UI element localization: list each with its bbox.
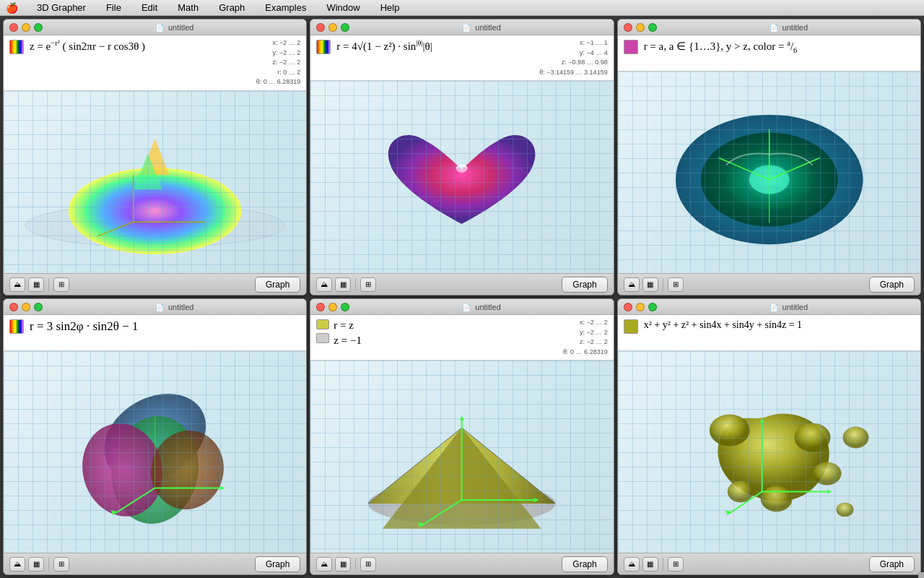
graph-button-1[interactable]: Graph bbox=[255, 277, 300, 293]
window-title-3: 📄 untitled bbox=[663, 23, 915, 32]
zoom-button-2[interactable] bbox=[341, 23, 349, 32]
separator-1 bbox=[48, 278, 49, 291]
grid-icon-btn-6[interactable]: ⊞ bbox=[668, 557, 684, 571]
drag-handle-6[interactable] bbox=[918, 572, 921, 575]
close-button-5[interactable] bbox=[316, 303, 325, 311]
formula-bar-5: r = z z = −1 x: −2 … 2y: −2 … 2z: −2 … 2… bbox=[310, 315, 613, 361]
window-title-4: 📄 untitled bbox=[48, 303, 300, 311]
menubar-graph[interactable]: Graph bbox=[214, 1, 249, 14]
close-button-6[interactable] bbox=[624, 303, 632, 311]
graph-grid-1 bbox=[4, 91, 306, 274]
close-button-4[interactable] bbox=[9, 303, 18, 311]
color-swatch-2[interactable] bbox=[316, 40, 331, 54]
color-swatch-3[interactable] bbox=[624, 40, 638, 54]
graph-button-4[interactable]: Graph bbox=[255, 556, 300, 572]
toolbar-4: ⛰ ▦ ⊞ Graph bbox=[4, 553, 306, 574]
close-button-2[interactable] bbox=[316, 23, 325, 32]
mountain-icon-btn-2[interactable]: ⛰ bbox=[316, 277, 332, 292]
toolbar-5: ⛰ ▦ ⊞ Graph bbox=[310, 553, 613, 574]
graph-area-5[interactable] bbox=[310, 361, 613, 553]
chart-icon-btn-6[interactable]: ▦ bbox=[642, 557, 658, 571]
traffic-lights-6 bbox=[624, 303, 657, 311]
window-title-5: 📄 untitled bbox=[355, 303, 607, 311]
chart-icon-btn-3[interactable]: ▦ bbox=[642, 277, 658, 292]
minimize-button-4[interactable] bbox=[22, 303, 30, 311]
minimize-button-3[interactable] bbox=[636, 23, 645, 32]
titlebar-2: 📄 untitled bbox=[310, 20, 613, 35]
traffic-lights-5 bbox=[316, 303, 349, 311]
apple-logo[interactable]: 🍎 bbox=[6, 2, 18, 14]
menubar-help[interactable]: Help bbox=[376, 1, 404, 14]
color-swatch-4[interactable] bbox=[9, 319, 24, 334]
graph-area-6[interactable] bbox=[618, 351, 920, 553]
color-swatch-5b[interactable] bbox=[316, 333, 329, 343]
titlebar-6: 📄 untitled bbox=[618, 299, 920, 315]
minimize-button-1[interactable] bbox=[22, 23, 30, 32]
mountain-icon-btn-1[interactable]: ⛰ bbox=[9, 277, 25, 292]
window-title-1: 📄 untitled bbox=[48, 23, 300, 32]
chart-icon-btn-2[interactable]: ▦ bbox=[335, 277, 351, 292]
separator-2 bbox=[355, 278, 356, 291]
mountain-icon-btn-6[interactable]: ⛰ bbox=[624, 557, 640, 571]
zoom-button-6[interactable] bbox=[648, 303, 657, 311]
formula-text-4: r = 3 sin2φ · sin2θ − 1 bbox=[30, 318, 300, 335]
graph-button-5[interactable]: Graph bbox=[562, 556, 607, 572]
toolbar-2: ⛰ ▦ ⊞ Graph bbox=[310, 273, 613, 295]
graph-grid-3 bbox=[618, 72, 920, 273]
grid-icon-btn-4[interactable]: ⊞ bbox=[53, 557, 69, 571]
window-2: 📄 untitled r = 4√(1 − z²) · sin|θ||θ| x:… bbox=[310, 19, 614, 296]
graph-grid-2 bbox=[310, 81, 613, 273]
minimize-button-5[interactable] bbox=[328, 303, 337, 311]
graph-grid-6 bbox=[618, 351, 920, 553]
minimize-button-2[interactable] bbox=[328, 23, 337, 32]
toolbar-1: ⛰ ▦ ⊞ Graph bbox=[4, 273, 306, 295]
grid-icon-btn-3[interactable]: ⊞ bbox=[668, 277, 684, 292]
formula-bar-1: z = e−r² ( sin2πr − r cos3θ ) x: −2 … 2y… bbox=[4, 35, 306, 91]
window-3: 📄 untitled r = a, a ∈ {1…3}, y > z, colo… bbox=[617, 19, 921, 296]
chart-icon-btn-5[interactable]: ▦ bbox=[335, 557, 351, 571]
close-button-3[interactable] bbox=[624, 23, 632, 32]
formula-bar-6: x² + y² + z² + sin4x + sin4y + sin4z = 1 bbox=[618, 315, 920, 351]
graph-button-2[interactable]: Graph bbox=[562, 277, 607, 293]
graph-button-3[interactable]: Graph bbox=[869, 277, 915, 293]
graph-area-4[interactable] bbox=[4, 351, 306, 553]
grid-icon-btn-5[interactable]: ⊞ bbox=[360, 557, 376, 571]
mountain-icon-btn-3[interactable]: ⛰ bbox=[624, 277, 640, 292]
graph-area-3[interactable] bbox=[618, 72, 920, 273]
graph-grid-4 bbox=[4, 351, 306, 553]
color-swatch-5a[interactable] bbox=[316, 319, 329, 329]
zoom-button-3[interactable] bbox=[648, 23, 657, 32]
menubar-edit[interactable]: Edit bbox=[137, 1, 162, 14]
chart-icon-btn-4[interactable]: ▦ bbox=[28, 557, 44, 571]
graph-button-6[interactable]: Graph bbox=[869, 556, 915, 572]
traffic-lights-1 bbox=[9, 23, 43, 32]
traffic-lights-4 bbox=[9, 303, 43, 311]
menubar-math[interactable]: Math bbox=[173, 1, 203, 14]
chart-icon-btn-1[interactable]: ▦ bbox=[28, 277, 44, 292]
formula-text-2: r = 4√(1 − z²) · sin|θ||θ| bbox=[336, 38, 533, 54]
menubar-examples[interactable]: Examples bbox=[261, 1, 310, 14]
toolbar-3: ⛰ ▦ ⊞ Graph bbox=[618, 273, 920, 295]
color-swatch-1[interactable] bbox=[9, 40, 24, 54]
range-info-5: x: −2 … 2y: −2 … 2z: −2 … 2θ: 0 … 6.2831… bbox=[563, 318, 608, 357]
formula-text-5a: r = z bbox=[334, 318, 362, 333]
graph-grid-5 bbox=[310, 361, 613, 553]
zoom-button-1[interactable] bbox=[34, 23, 43, 32]
toolbar-6: ⛰ ▦ ⊞ Graph bbox=[618, 553, 920, 574]
separator-5 bbox=[355, 558, 356, 571]
zoom-button-4[interactable] bbox=[34, 303, 43, 311]
mountain-icon-btn-5[interactable]: ⛰ bbox=[316, 557, 332, 571]
titlebar-5: 📄 untitled bbox=[310, 299, 613, 315]
mountain-icon-btn-4[interactable]: ⛰ bbox=[9, 557, 25, 571]
graph-area-1[interactable] bbox=[4, 91, 306, 274]
graph-area-2[interactable] bbox=[310, 81, 613, 273]
menubar-app-name[interactable]: 3D Grapher bbox=[32, 1, 90, 14]
grid-icon-btn-1[interactable]: ⊞ bbox=[53, 277, 69, 292]
menubar-window[interactable]: Window bbox=[322, 1, 364, 14]
minimize-button-6[interactable] bbox=[636, 303, 645, 311]
close-button-1[interactable] bbox=[9, 23, 18, 32]
zoom-button-5[interactable] bbox=[341, 303, 349, 311]
menubar-file[interactable]: File bbox=[102, 1, 126, 14]
grid-icon-btn-2[interactable]: ⊞ bbox=[360, 277, 376, 292]
color-swatch-6[interactable] bbox=[624, 319, 638, 334]
